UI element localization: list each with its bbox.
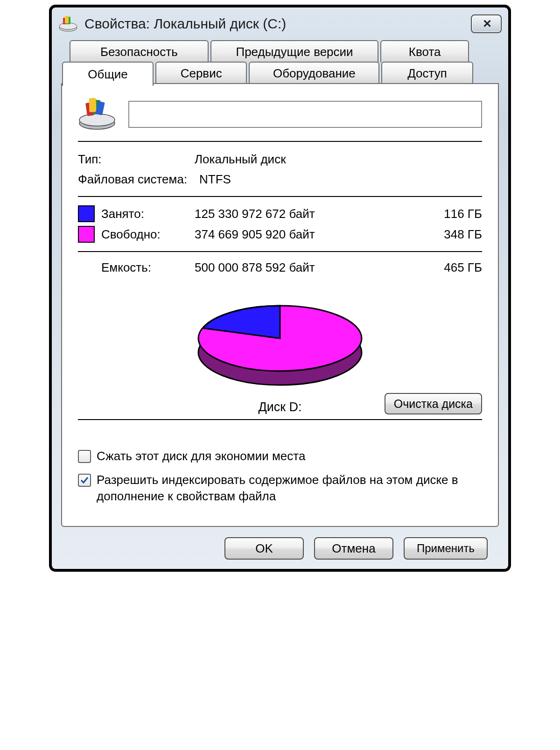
index-checkbox[interactable] [78,474,91,487]
disk-name-label: Диск D: [258,390,301,414]
close-icon: ✕ [483,17,490,30]
tab-hardware[interactable]: Оборудование [249,62,379,84]
window-title: Свойства: Локальный диск (C:) [82,16,471,32]
tab-panel-general: Тип: Локальный диск Файловая система: NT… [61,83,499,527]
used-label: Занято: [101,207,195,221]
tab-previous-versions[interactable]: Предыдущие версии [210,40,379,63]
used-swatch-icon [78,205,95,222]
apply-button[interactable]: Применить [404,537,488,560]
free-bytes: 374 669 905 920 байт [195,227,353,242]
filesystem-label: Файловая система: [78,172,199,187]
used-bytes: 125 330 972 672 байт [195,207,353,221]
titlebar: Свойства: Локальный диск (C:) ✕ [52,7,508,40]
filesystem-value: NTFS [199,172,482,187]
free-gb: 348 ГБ [431,227,482,242]
capacity-bytes: 500 000 878 592 байт [195,260,353,275]
disk-cleanup-button[interactable]: Очистка диска [385,393,482,414]
divider [78,141,482,142]
free-swatch-icon [78,226,95,243]
tab-general[interactable]: Общие [62,62,154,86]
compress-label: Сжать этот диск для экономии места [97,448,482,464]
ok-button[interactable]: OK [224,537,304,560]
tab-sharing[interactable]: Доступ [381,62,473,84]
drive-icon [58,15,78,33]
divider [78,196,482,197]
index-label: Разрешить индексировать содержимое файло… [97,472,482,505]
tab-tools[interactable]: Сервис [155,62,247,84]
divider [78,419,482,420]
tab-security[interactable]: Безопасность [70,40,209,63]
svg-point-6 [79,114,115,126]
drive-icon [78,98,116,131]
svg-rect-4 [65,16,69,23]
svg-rect-9 [89,98,96,112]
checkmark-icon [80,476,89,485]
free-label: Свободно: [101,227,195,242]
usage-pie-chart [191,292,369,390]
type-value: Локальный диск [195,152,482,167]
capacity-gb: 465 ГБ [431,260,482,275]
capacity-label: Емкость: [78,260,195,275]
type-label: Тип: [78,152,195,167]
tab-quota[interactable]: Квота [380,40,469,63]
volume-label-input[interactable] [128,101,482,128]
used-gb: 116 ГБ [431,207,482,221]
cancel-button[interactable]: Отмена [314,537,393,560]
close-button[interactable]: ✕ [471,14,502,33]
properties-dialog: Свойства: Локальный диск (C:) ✕ Безопасн… [49,5,511,572]
compress-checkbox[interactable] [78,450,91,463]
